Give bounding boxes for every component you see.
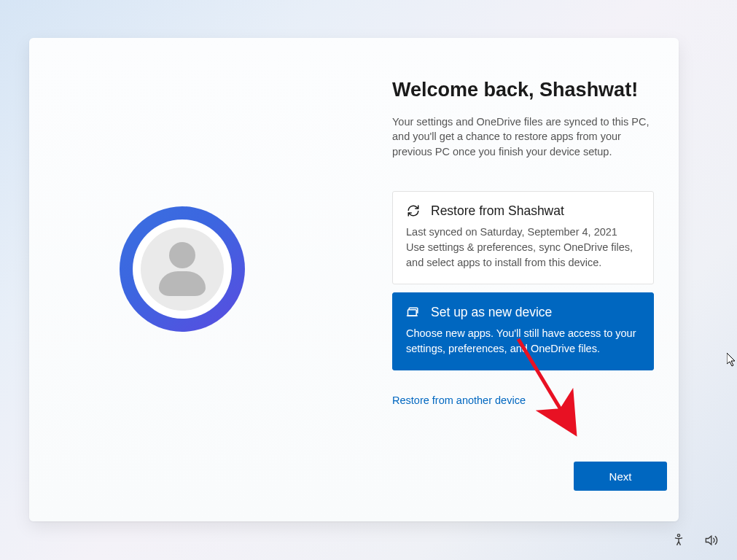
device-icon	[406, 305, 421, 319]
volume-icon[interactable]	[703, 532, 719, 548]
svg-rect-0	[408, 310, 417, 316]
mouse-cursor-icon	[727, 353, 737, 368]
accessibility-icon[interactable]	[671, 532, 687, 548]
avatar-ring	[120, 206, 245, 332]
restore-another-device-link[interactable]: Restore from another device	[392, 394, 526, 406]
restore-option-title: Restore from Shashwat	[431, 203, 564, 219]
avatar-icon	[141, 228, 224, 311]
avatar-white-ring	[133, 219, 232, 319]
content-panel: Welcome back, Shashwat! Your settings an…	[392, 79, 684, 407]
restore-option-card[interactable]: Restore from Shashwat Last synced on Sat…	[392, 191, 654, 284]
sync-icon	[406, 203, 421, 218]
setup-dialog: Welcome back, Shashwat! Your settings an…	[29, 38, 679, 521]
new-device-option-desc: Choose new apps. You'll still have acces…	[406, 326, 639, 357]
new-device-option-title: Set up as new device	[431, 305, 552, 320]
restore-option-desc: Last synced on Saturday, September 4, 20…	[406, 225, 639, 271]
next-button[interactable]: Next	[574, 462, 667, 491]
svg-point-2	[677, 534, 679, 537]
page-title: Welcome back, Shashwat!	[392, 79, 684, 101]
avatar-panel	[29, 38, 379, 521]
page-subtitle: Your settings and OneDrive files are syn…	[392, 114, 656, 159]
new-device-option-card[interactable]: Set up as new device Choose new apps. Yo…	[392, 292, 654, 370]
system-tray	[671, 532, 719, 548]
